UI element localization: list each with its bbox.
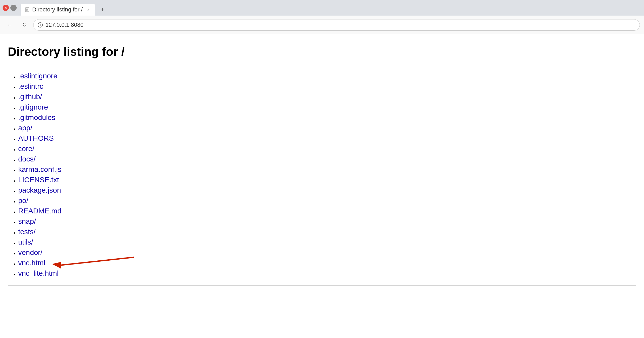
file-link[interactable]: .github/: [18, 93, 42, 101]
close-window-button[interactable]: ✕: [3, 5, 9, 11]
file-link[interactable]: README.md: [18, 207, 61, 215]
back-button[interactable]: ←: [4, 19, 16, 31]
new-tab-button[interactable]: +: [97, 5, 108, 15]
top-divider: [8, 64, 636, 64]
list-item: vnc_lite.html: [18, 269, 636, 278]
file-link[interactable]: package.json: [18, 186, 61, 194]
list-item: package.json: [18, 186, 636, 194]
close-tab-button[interactable]: ×: [85, 7, 91, 12]
window-controls: ✕: [3, 5, 17, 11]
list-item: .gitmodules: [18, 113, 636, 122]
nav-bar: ← ↻ i 127.0.0.1:8080: [0, 16, 644, 34]
list-item: .github/: [18, 93, 636, 101]
list-item: karma.conf.js: [18, 165, 636, 174]
list-item: app/: [18, 124, 636, 132]
tab-bar: Directory listing for / × +: [21, 0, 641, 16]
list-item: tests/: [18, 228, 636, 236]
list-item: vendor/: [18, 248, 636, 257]
annotation-arrow: [49, 255, 135, 271]
file-link[interactable]: snap/: [18, 217, 36, 225]
file-list: .eslintignore.eslintrc.github/.gitignore…: [8, 72, 636, 278]
page-title: Directory listing for /: [8, 45, 636, 59]
info-icon: i: [38, 22, 43, 28]
list-item: utils/: [18, 238, 636, 246]
file-link[interactable]: .gitignore: [18, 103, 48, 111]
file-link[interactable]: app/: [18, 124, 32, 132]
list-item: docs/: [18, 155, 636, 163]
file-link[interactable]: LICENSE.txt: [18, 176, 59, 184]
list-item: .eslintrc: [18, 82, 636, 91]
list-item: po/: [18, 197, 636, 205]
list-item: vnc.html: [18, 259, 636, 267]
file-link[interactable]: vendor/: [18, 248, 42, 256]
back-icon: ←: [7, 22, 13, 28]
file-link[interactable]: vnc.html: [18, 259, 45, 267]
refresh-button[interactable]: ↻: [19, 19, 30, 31]
list-item: AUTHORS: [18, 134, 636, 143]
list-item: .gitignore: [18, 103, 636, 111]
page-content: Directory listing for / .eslintignore.es…: [0, 34, 644, 338]
list-item: README.md: [18, 207, 636, 215]
file-link[interactable]: po/: [18, 197, 28, 205]
url-text: 127.0.0.1:8080: [45, 22, 84, 28]
list-item: core/: [18, 145, 636, 153]
file-link[interactable]: vnc_lite.html: [18, 269, 59, 277]
file-link[interactable]: docs/: [18, 155, 36, 163]
file-link[interactable]: AUTHORS: [18, 134, 54, 142]
file-link[interactable]: .eslintignore: [18, 72, 57, 80]
list-item: LICENSE.txt: [18, 176, 636, 184]
tab-title: Directory listing for /: [32, 6, 83, 13]
refresh-icon: ↻: [22, 22, 27, 28]
list-item: snap/: [18, 217, 636, 226]
file-link[interactable]: core/: [18, 145, 34, 153]
active-tab[interactable]: Directory listing for / ×: [21, 4, 95, 16]
browser-window: ✕ Directory listing for / × + ← ↻: [0, 0, 644, 338]
file-link[interactable]: utils/: [18, 238, 33, 246]
file-link[interactable]: .gitmodules: [18, 113, 55, 121]
bottom-divider: [8, 285, 636, 286]
svg-marker-4: [52, 262, 61, 269]
address-bar[interactable]: i 127.0.0.1:8080: [33, 19, 640, 31]
minimize-window-button[interactable]: [10, 5, 17, 11]
page-icon: [25, 7, 30, 12]
file-link[interactable]: tests/: [18, 228, 36, 236]
file-link[interactable]: karma.conf.js: [18, 165, 62, 173]
list-item: .eslintignore: [18, 72, 636, 80]
file-link[interactable]: .eslintrc: [18, 82, 43, 90]
title-bar: ✕ Directory listing for / × +: [0, 0, 644, 16]
